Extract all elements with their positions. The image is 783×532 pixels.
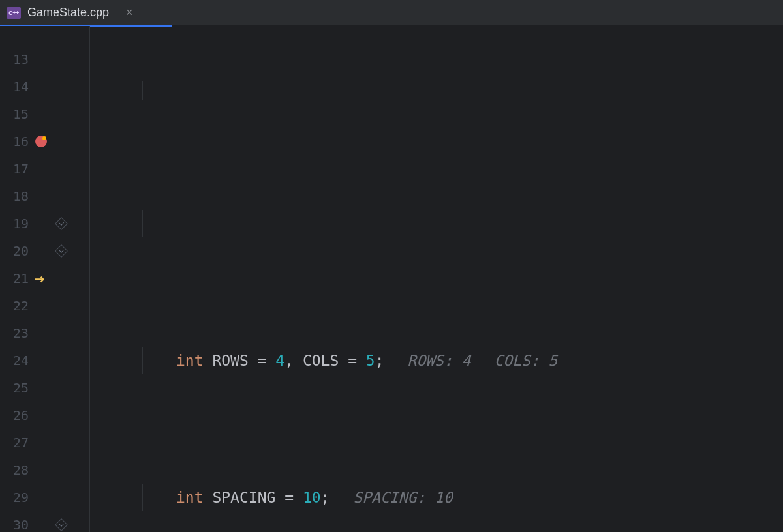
tab-bar: GameState.cpp × [0, 0, 783, 26]
fold-toggle[interactable] [54, 219, 69, 228]
gutter-row[interactable] [0, 26, 89, 46]
gutter-row[interactable]: 23 [0, 319, 89, 347]
line-number: 29 [0, 484, 29, 511]
identifier: ROWS [212, 347, 248, 374]
gutter-row[interactable]: 17 [0, 155, 89, 183]
inline-hint: COLS: 5 [495, 347, 558, 374]
gutter-row[interactable]: 24 [0, 347, 89, 374]
code-line[interactable]: int SPACING = 10 ; SPACING: 10 [97, 484, 783, 511]
code-line[interactable]: int ROWS = 4 , COLS = 5 ; ROWS: 4 COLS: … [97, 347, 783, 374]
execution-arrow-icon: → [34, 265, 44, 292]
identifier: COLS [303, 347, 339, 374]
line-number: 20 [0, 237, 29, 265]
line-number: 30 [0, 511, 29, 532]
gutter-row[interactable]: 21→ [0, 265, 89, 292]
line-number: 18 [0, 183, 29, 210]
gutter: 13 14 15 16 17 18 19 20 21→ 22 23 24 25 … [0, 26, 90, 532]
inline-hint: SPACING: 10 [353, 484, 452, 511]
gutter-row[interactable]: 18 [0, 183, 89, 210]
keyword: int [176, 347, 204, 374]
keyword: int [176, 484, 204, 511]
line-number: 15 [0, 100, 29, 128]
gutter-row[interactable]: 25 [0, 374, 89, 402]
cpp-file-icon [7, 7, 21, 19]
gutter-row[interactable]: 14 [0, 73, 89, 100]
line-number: 21 [0, 265, 29, 292]
line-number: 28 [0, 456, 29, 484]
fold-toggle[interactable] [54, 520, 69, 529]
line-number: 16 [0, 128, 29, 155]
gutter-row[interactable]: 29 [0, 484, 89, 511]
breakpoint-icon[interactable] [35, 136, 47, 147]
gutter-row[interactable]: 15 [0, 100, 89, 128]
gutter-row[interactable]: 26 [0, 402, 89, 429]
execution-pointer: → [29, 265, 54, 292]
operator: = [249, 347, 276, 374]
editor: 13 14 15 16 17 18 19 20 21→ 22 23 24 25 … [0, 26, 783, 532]
number: 4 [275, 347, 284, 374]
gutter-row[interactable]: 16 [0, 128, 89, 155]
gutter-row[interactable]: 19 [0, 210, 89, 237]
line-number: 19 [0, 210, 29, 237]
line-number: 26 [0, 402, 29, 429]
code-area[interactable]: int ROWS = 4 , COLS = 5 ; ROWS: 4 COLS: … [90, 26, 783, 532]
line-number: 17 [0, 155, 29, 183]
close-tab-icon[interactable]: × [126, 6, 133, 20]
line-number: 27 [0, 429, 29, 456]
line-number: 23 [0, 319, 29, 347]
line-number: 25 [0, 374, 29, 402]
line-number: 24 [0, 347, 29, 374]
gutter-row[interactable]: 27 [0, 429, 89, 456]
code-line[interactable] [97, 210, 783, 237]
line-number: 13 [0, 46, 29, 73]
gutter-row[interactable]: 22 [0, 292, 89, 319]
gutter-row[interactable]: 20 [0, 237, 89, 265]
line-number: 22 [0, 292, 29, 319]
number: 5 [366, 347, 375, 374]
breakpoint-slot[interactable] [29, 136, 54, 147]
gutter-row[interactable]: 13 [0, 46, 89, 73]
gutter-row[interactable]: 28 [0, 456, 89, 484]
line-number: 14 [0, 73, 29, 100]
gutter-row[interactable]: 30 [0, 511, 89, 532]
fold-toggle[interactable] [54, 246, 69, 256]
tab-title[interactable]: GameState.cpp [27, 6, 109, 20]
code-line[interactable] [97, 81, 783, 100]
inline-hint: ROWS: 4 [408, 347, 471, 374]
